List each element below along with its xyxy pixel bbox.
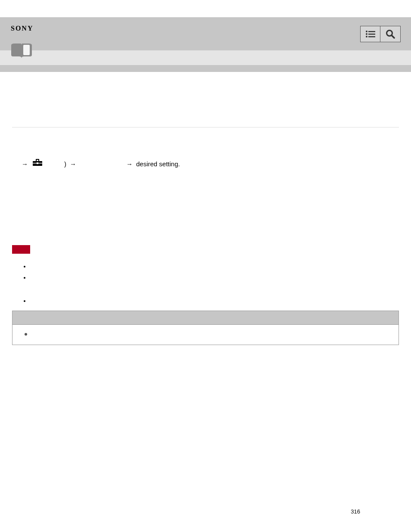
path-suffix: desired setting.: [136, 159, 180, 169]
svg-point-4: [366, 36, 367, 37]
divider-bar: [0, 65, 411, 72]
sub-header: [0, 50, 411, 65]
svg-rect-8: [23, 45, 30, 55]
page-number: 316: [351, 508, 360, 515]
menu-path: → ) → → desired setting.: [20, 159, 399, 169]
list-item: [30, 261, 399, 272]
list-item: [30, 296, 399, 306]
main-content: → ) → → desired setting.: [0, 72, 411, 345]
svg-rect-3: [368, 34, 375, 35]
manual-book-icon: [9, 44, 34, 60]
bullet-icon: [25, 333, 27, 336]
related-topic-box: [12, 311, 399, 345]
related-topic-body: [12, 325, 399, 345]
svg-rect-11: [37, 160, 38, 161]
header-toolbar: [360, 26, 401, 42]
arrow-icon: →: [70, 159, 76, 169]
search-button[interactable]: [380, 26, 401, 42]
svg-rect-5: [368, 36, 375, 37]
arrow-icon: →: [22, 159, 28, 169]
brand-logo: SONY: [11, 25, 33, 32]
svg-line-7: [392, 35, 394, 38]
search-icon: [386, 29, 395, 39]
note-list: [30, 261, 399, 283]
list-icon: [366, 31, 375, 37]
paren-text: ): [64, 159, 66, 169]
setup-toolbox-icon: [32, 159, 43, 169]
section-divider: [12, 127, 399, 128]
note-list: [30, 296, 399, 306]
svg-rect-1: [368, 31, 375, 32]
svg-point-2: [366, 33, 367, 35]
list-item: [30, 273, 399, 283]
related-topic-header: [12, 311, 399, 325]
svg-rect-13: [37, 162, 38, 164]
menu-button[interactable]: [360, 26, 380, 42]
svg-point-0: [366, 31, 367, 32]
header-bar: SONY: [0, 17, 411, 50]
note-label: [12, 245, 30, 254]
arrow-icon: →: [126, 159, 133, 169]
